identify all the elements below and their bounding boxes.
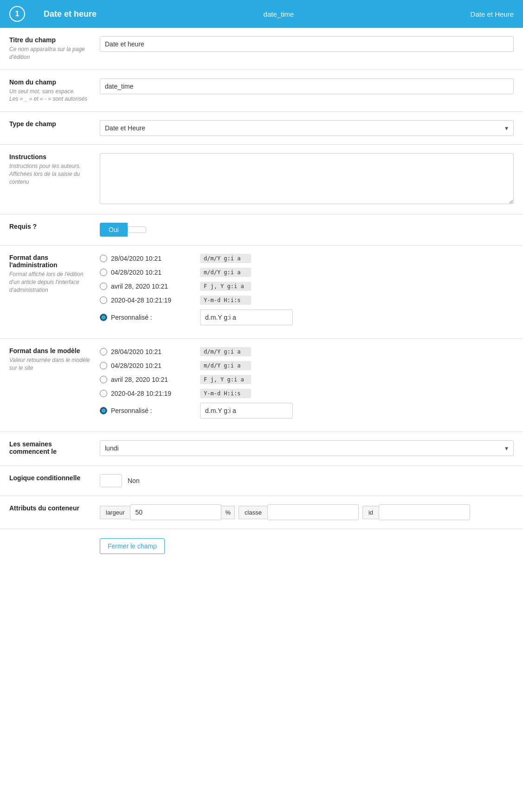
nom-hint1: Un seul mot, sans espace. (9, 88, 90, 96)
format-admin-radio-4[interactable] (100, 296, 107, 304)
nom-hint2: Les « _ » et « - » sont autorisés (9, 95, 90, 103)
format-admin-code-4: Y-m-d H:i:s (200, 296, 251, 305)
format-modele-row-4: 2020-04-28 10:21:19 Y-m-d H:i:s (100, 389, 514, 398)
instructions-row: Instructions Instructions pour les auteu… (0, 145, 523, 214)
format-admin-label-col: Format dans l'administration Format affi… (9, 254, 90, 294)
format-modele-code-1: d/m/Y g:i a (200, 347, 251, 356)
logique-label-col: Logique conditionnelle (9, 474, 90, 483)
format-admin-section: 28/04/2020 10:21 d/m/Y g:i a 04/28/2020 … (100, 254, 514, 325)
semaines-label: Les semaines commencent le (9, 440, 90, 455)
requis-label: Requis ? (9, 223, 90, 230)
format-modele-hint: Valeur retournée dans le modèle sur le s… (9, 356, 90, 372)
header-slug: date_time (207, 10, 351, 18)
header-number: 1 (9, 6, 25, 22)
attributs-fields: largeur % classe id (100, 504, 514, 520)
nom-label: Nom du champ (9, 78, 90, 86)
format-admin-custom-input[interactable] (200, 309, 293, 325)
format-modele-label-4[interactable]: 2020-04-28 10:21:19 (100, 390, 193, 397)
nom-row: Nom du champ Un seul mot, sans espace. L… (0, 70, 523, 112)
type-select[interactable]: Date et Heure Date Heure Texte Nombre (100, 120, 514, 136)
format-admin-control: 28/04/2020 10:21 d/m/Y g:i a 04/28/2020 … (100, 254, 514, 330)
format-modele-radio-1[interactable] (100, 348, 107, 355)
format-admin-code-3: F j, Y g:i a (200, 282, 251, 291)
format-modele-radio-2[interactable] (100, 362, 107, 369)
format-admin-label: Format dans l'administration (9, 254, 90, 269)
format-admin-hint: Format affiché lors de l'édition d'un ar… (9, 271, 90, 294)
logique-label: Logique conditionnelle (9, 474, 90, 482)
format-modele-row: Format dans le modèle Valeur retournée d… (0, 339, 523, 432)
format-admin-radio-1[interactable] (100, 255, 107, 262)
titre-row: Titre du champ Ce nom apparaîtra sur la … (0, 28, 523, 70)
format-modele-label-3[interactable]: avril 28, 2020 10:21 (100, 376, 193, 383)
attributs-label: Attributs du conteneur (9, 504, 90, 512)
type-control: Date et Heure Date Heure Texte Nombre (100, 120, 514, 136)
format-admin-row: Format dans l'administration Format affi… (0, 245, 523, 339)
instructions-control (100, 153, 514, 206)
nom-input[interactable] (100, 78, 514, 94)
semaines-row: Les semaines commencent le lundi dimanch… (0, 432, 523, 466)
format-modele-label-1[interactable]: 28/04/2020 10:21 (100, 348, 193, 355)
attr-largeur-input[interactable] (130, 504, 221, 520)
format-modele-label-2[interactable]: 04/28/2020 10:21 (100, 362, 193, 369)
attr-classe-input[interactable] (267, 504, 359, 520)
semaines-label-col: Les semaines commencent le (9, 440, 90, 457)
format-modele-row-1: 28/04/2020 10:21 d/m/Y g:i a (100, 347, 514, 356)
instructions-label: Instructions (9, 153, 90, 161)
toggle-non-button[interactable] (128, 226, 146, 233)
attr-id-group: id (362, 504, 470, 520)
titre-label-col: Titre du champ Ce nom apparaîtra sur la … (9, 36, 90, 61)
titre-hint: Ce nom apparaîtra sur la page d'édition (9, 45, 90, 61)
attributs-label-col: Attributs du conteneur (9, 504, 90, 514)
requis-control: Oui (100, 223, 514, 237)
requis-row: Requis ? Oui (0, 214, 523, 245)
logique-row: Logique conditionnelle Non (0, 466, 523, 496)
format-admin-row-1: 28/04/2020 10:21 d/m/Y g:i a (100, 254, 514, 263)
logique-control: Non (100, 474, 514, 487)
type-label: Type de champ (9, 120, 90, 128)
format-admin-label-2[interactable]: 04/28/2020 10:21 (100, 269, 193, 276)
titre-input[interactable] (100, 36, 514, 52)
semaines-control: lundi dimanche samedi (100, 440, 514, 456)
format-admin-radio-2[interactable] (100, 269, 107, 276)
format-admin-label-1[interactable]: 28/04/2020 10:21 (100, 255, 193, 262)
logique-toggle-label: Non (128, 477, 140, 484)
semaines-select-wrapper: lundi dimanche samedi (100, 440, 514, 456)
instructions-hint: Instructions pour les auteurs. Affichées… (9, 162, 90, 186)
header-title: Date et heure (44, 9, 188, 19)
attr-largeur-group: largeur % (100, 504, 235, 520)
header: 1 Date et heure date_time Date et Heure (0, 0, 523, 28)
semaines-select[interactable]: lundi dimanche samedi (100, 440, 514, 456)
requis-label-col: Requis ? (9, 223, 90, 232)
logique-toggle-box[interactable] (100, 474, 122, 487)
format-modele-code-2: m/d/Y g:i a (200, 361, 251, 370)
format-modele-code-4: Y-m-d H:i:s (200, 389, 251, 398)
format-admin-row-4: 2020-04-28 10:21:19 Y-m-d H:i:s (100, 296, 514, 305)
type-label-col: Type de champ (9, 120, 90, 129)
format-admin-row-3: avril 28, 2020 10:21 F j, Y g:i a (100, 282, 514, 291)
format-modele-row-2: 04/28/2020 10:21 m/d/Y g:i a (100, 361, 514, 370)
format-admin-label-4[interactable]: 2020-04-28 10:21:19 (100, 296, 193, 304)
footer-row: Fermer le champ (0, 529, 523, 563)
attr-id-input[interactable] (379, 504, 470, 520)
toggle-oui-button[interactable]: Oui (100, 223, 128, 237)
format-modele-row-custom: Personnalisé : (100, 403, 514, 419)
format-admin-code-2: m/d/Y g:i a (200, 268, 251, 277)
attr-id-label: id (362, 506, 379, 519)
format-admin-label-custom[interactable]: Personnalisé : (100, 314, 193, 321)
format-admin-radio-custom[interactable] (100, 314, 107, 321)
format-modele-radio-3[interactable] (100, 376, 107, 383)
instructions-label-col: Instructions Instructions pour les auteu… (9, 153, 90, 186)
format-modele-custom-input[interactable] (200, 403, 293, 419)
format-modele-radio-custom[interactable] (100, 407, 107, 414)
format-admin-row-2: 04/28/2020 10:21 m/d/Y g:i a (100, 268, 514, 277)
format-modele-radio-4[interactable] (100, 390, 107, 397)
instructions-textarea[interactable] (100, 153, 514, 204)
attr-classe-group: classe (239, 504, 359, 520)
format-modele-label: Format dans le modèle (9, 347, 90, 354)
format-admin-label-3[interactable]: avril 28, 2020 10:21 (100, 283, 193, 290)
format-admin-code-1: d/m/Y g:i a (200, 254, 251, 263)
close-button[interactable]: Fermer le champ (100, 538, 165, 554)
format-modele-label-custom[interactable]: Personnalisé : (100, 407, 193, 414)
nom-control (100, 78, 514, 94)
format-admin-radio-3[interactable] (100, 283, 107, 290)
